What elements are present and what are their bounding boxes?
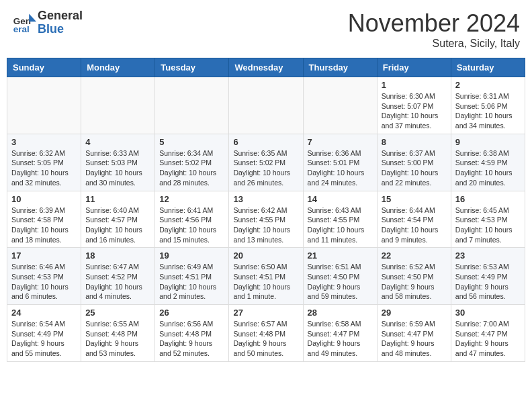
calendar-cell: 23Sunrise: 6:53 AM Sunset: 4:49 PM Dayli… [451, 248, 525, 305]
week-row-5: 24Sunrise: 6:54 AM Sunset: 4:49 PM Dayli… [7, 305, 525, 362]
svg-text:eral: eral [13, 24, 30, 34]
day-info: Sunrise: 6:41 AM Sunset: 4:56 PM Dayligh… [159, 205, 224, 245]
day-info: Sunrise: 6:40 AM Sunset: 4:57 PM Dayligh… [85, 205, 150, 245]
calendar-cell: 12Sunrise: 6:41 AM Sunset: 4:56 PM Dayli… [155, 191, 229, 248]
calendar-cell: 8Sunrise: 6:37 AM Sunset: 5:00 PM Daylig… [377, 134, 451, 191]
day-number: 23 [455, 250, 521, 261]
day-info: Sunrise: 6:45 AM Sunset: 4:53 PM Dayligh… [455, 205, 521, 245]
calendar-cell [7, 77, 81, 134]
day-number: 28 [308, 308, 373, 318]
weekday-header-saturday: Saturday [451, 58, 525, 77]
day-number: 29 [382, 308, 447, 318]
day-number: 17 [11, 250, 77, 261]
calendar-cell: 13Sunrise: 6:42 AM Sunset: 4:55 PM Dayli… [229, 191, 303, 248]
weekday-header-wednesday: Wednesday [229, 58, 303, 77]
day-info: Sunrise: 6:30 AM Sunset: 5:07 PM Dayligh… [382, 91, 447, 131]
calendar: SundayMondayTuesdayWednesdayThursdayFrid… [7, 58, 525, 362]
calendar-cell [303, 77, 377, 134]
calendar-cell: 21Sunrise: 6:51 AM Sunset: 4:50 PM Dayli… [303, 248, 377, 305]
calendar-cell: 29Sunrise: 6:59 AM Sunset: 4:47 PM Dayli… [377, 305, 451, 362]
location: Sutera, Sicily, Italy [348, 38, 520, 50]
calendar-cell: 11Sunrise: 6:40 AM Sunset: 4:57 PM Dayli… [81, 191, 155, 248]
day-number: 16 [455, 194, 521, 204]
week-row-3: 10Sunrise: 6:39 AM Sunset: 4:58 PM Dayli… [7, 191, 525, 248]
day-info: Sunrise: 6:52 AM Sunset: 4:50 PM Dayligh… [382, 262, 447, 302]
day-number: 10 [11, 194, 77, 204]
day-info: Sunrise: 6:54 AM Sunset: 4:49 PM Dayligh… [11, 319, 77, 359]
calendar-cell: 7Sunrise: 6:36 AM Sunset: 5:01 PM Daylig… [303, 134, 377, 191]
day-number: 8 [382, 137, 447, 147]
day-number: 15 [382, 194, 447, 204]
day-number: 6 [233, 137, 298, 147]
week-row-4: 17Sunrise: 6:46 AM Sunset: 4:53 PM Dayli… [7, 248, 525, 305]
day-info: Sunrise: 6:47 AM Sunset: 4:52 PM Dayligh… [85, 262, 150, 302]
calendar-cell [229, 77, 303, 134]
weekday-header-tuesday: Tuesday [155, 58, 229, 77]
day-number: 7 [308, 137, 373, 147]
day-number: 20 [233, 250, 298, 261]
day-info: Sunrise: 6:38 AM Sunset: 4:59 PM Dayligh… [455, 148, 521, 188]
day-number: 25 [85, 308, 150, 318]
day-info: Sunrise: 6:42 AM Sunset: 4:55 PM Dayligh… [233, 205, 298, 245]
calendar-cell: 19Sunrise: 6:49 AM Sunset: 4:51 PM Dayli… [155, 248, 229, 305]
day-number: 30 [455, 308, 521, 318]
calendar-cell [155, 77, 229, 134]
calendar-cell: 28Sunrise: 6:58 AM Sunset: 4:47 PM Dayli… [303, 305, 377, 362]
day-number: 2 [455, 80, 521, 90]
day-number: 21 [308, 250, 373, 261]
day-info: Sunrise: 6:43 AM Sunset: 4:55 PM Dayligh… [308, 205, 373, 245]
day-number: 12 [159, 194, 224, 204]
calendar-cell: 30Sunrise: 7:00 AM Sunset: 4:47 PM Dayli… [451, 305, 525, 362]
calendar-cell: 1Sunrise: 6:30 AM Sunset: 5:07 PM Daylig… [377, 77, 451, 134]
day-number: 26 [159, 308, 224, 318]
day-number: 9 [455, 137, 521, 147]
calendar-cell: 25Sunrise: 6:55 AM Sunset: 4:48 PM Dayli… [81, 305, 155, 362]
day-number: 22 [382, 250, 447, 261]
day-number: 4 [85, 137, 150, 147]
calendar-cell: 22Sunrise: 6:52 AM Sunset: 4:50 PM Dayli… [377, 248, 451, 305]
day-info: Sunrise: 7:00 AM Sunset: 4:47 PM Dayligh… [455, 319, 521, 359]
calendar-cell: 17Sunrise: 6:46 AM Sunset: 4:53 PM Dayli… [7, 248, 81, 305]
day-info: Sunrise: 6:33 AM Sunset: 5:03 PM Dayligh… [85, 148, 150, 188]
day-number: 19 [159, 250, 224, 261]
day-number: 11 [85, 194, 150, 204]
month-title: November 2024 [348, 9, 520, 38]
calendar-cell: 10Sunrise: 6:39 AM Sunset: 4:58 PM Dayli… [7, 191, 81, 248]
week-row-1: 1Sunrise: 6:30 AM Sunset: 5:07 PM Daylig… [7, 77, 525, 134]
calendar-cell: 24Sunrise: 6:54 AM Sunset: 4:49 PM Dayli… [7, 305, 81, 362]
day-number: 5 [159, 137, 224, 147]
day-number: 24 [11, 308, 77, 318]
day-number: 1 [382, 80, 447, 90]
weekday-header-row: SundayMondayTuesdayWednesdayThursdayFrid… [7, 58, 525, 77]
calendar-cell: 15Sunrise: 6:44 AM Sunset: 4:54 PM Dayli… [377, 191, 451, 248]
day-info: Sunrise: 6:46 AM Sunset: 4:53 PM Dayligh… [11, 262, 77, 302]
day-info: Sunrise: 6:56 AM Sunset: 4:48 PM Dayligh… [159, 319, 224, 359]
day-info: Sunrise: 6:32 AM Sunset: 5:05 PM Dayligh… [11, 148, 77, 188]
day-number: 18 [85, 250, 150, 261]
logo-general: General [38, 9, 83, 23]
calendar-cell: 2Sunrise: 6:31 AM Sunset: 5:06 PM Daylig… [451, 77, 525, 134]
day-info: Sunrise: 6:36 AM Sunset: 5:01 PM Dayligh… [308, 148, 373, 188]
day-info: Sunrise: 6:39 AM Sunset: 4:58 PM Dayligh… [11, 205, 77, 245]
day-info: Sunrise: 6:34 AM Sunset: 5:02 PM Dayligh… [159, 148, 224, 188]
logo-text: General Blue [38, 9, 83, 36]
day-info: Sunrise: 6:31 AM Sunset: 5:06 PM Dayligh… [455, 91, 521, 131]
calendar-cell: 4Sunrise: 6:33 AM Sunset: 5:03 PM Daylig… [81, 134, 155, 191]
title-area: November 2024 Sutera, Sicily, Italy [348, 9, 520, 50]
day-info: Sunrise: 6:49 AM Sunset: 4:51 PM Dayligh… [159, 262, 224, 302]
calendar-cell: 5Sunrise: 6:34 AM Sunset: 5:02 PM Daylig… [155, 134, 229, 191]
day-number: 14 [308, 194, 373, 204]
day-info: Sunrise: 6:58 AM Sunset: 4:47 PM Dayligh… [308, 319, 373, 359]
logo-icon: Gen eral [12, 11, 36, 35]
day-number: 13 [233, 194, 298, 204]
logo: Gen eral General Blue [12, 9, 83, 36]
svg-marker-2 [29, 13, 36, 21]
calendar-cell: 9Sunrise: 6:38 AM Sunset: 4:59 PM Daylig… [451, 134, 525, 191]
page-header: Gen eral General Blue November 2024 Sute… [7, 7, 525, 52]
week-row-2: 3Sunrise: 6:32 AM Sunset: 5:05 PM Daylig… [7, 134, 525, 191]
day-info: Sunrise: 6:53 AM Sunset: 4:49 PM Dayligh… [455, 262, 521, 302]
calendar-cell: 18Sunrise: 6:47 AM Sunset: 4:52 PM Dayli… [81, 248, 155, 305]
calendar-cell: 6Sunrise: 6:35 AM Sunset: 5:02 PM Daylig… [229, 134, 303, 191]
weekday-header-thursday: Thursday [303, 58, 377, 77]
calendar-cell: 16Sunrise: 6:45 AM Sunset: 4:53 PM Dayli… [451, 191, 525, 248]
